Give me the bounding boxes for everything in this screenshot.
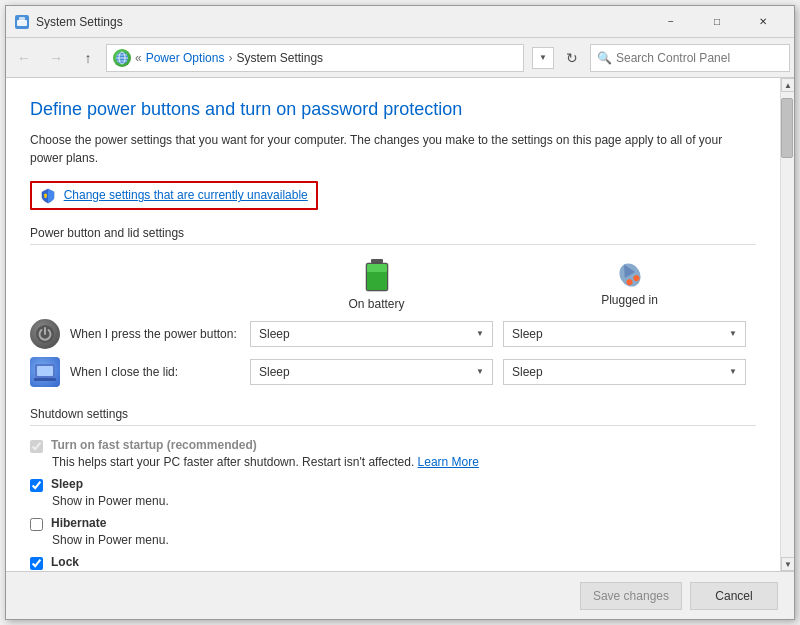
breadcrumb-sep1: « <box>135 51 142 65</box>
battery-col-label: On battery <box>348 297 404 311</box>
scrollbar-thumb[interactable] <box>781 98 793 158</box>
lid-battery-arrow: ▼ <box>476 367 484 376</box>
address-bar: ← → ↑ « Power Options › System Settings … <box>6 38 794 78</box>
system-settings-window: System Settings − □ ✕ ← → ↑ « Power Opti… <box>5 5 795 620</box>
scrollbar-down-arrow[interactable]: ▼ <box>781 557 794 571</box>
title-bar-text: System Settings <box>36 15 648 29</box>
fast-startup-sublabel: This helps start your PC faster after sh… <box>52 455 756 469</box>
breadcrumb-dropdown-button[interactable]: ▼ <box>532 47 554 69</box>
power-button-plugged-dropdown[interactable]: Sleep ▼ <box>503 321 746 347</box>
back-button[interactable]: ← <box>10 44 38 72</box>
hibernate-sublabel: Show in Power menu. <box>52 533 756 547</box>
fast-startup-row: Turn on fast startup (recommended) <box>30 438 756 453</box>
content-area: Define power buttons and turn on passwor… <box>6 78 780 571</box>
lock-checkbox[interactable] <box>30 557 43 570</box>
sleep-row: Sleep <box>30 477 756 492</box>
plugged-column-header: Plugged in <box>503 261 756 307</box>
forward-button[interactable]: → <box>42 44 70 72</box>
lid-plugged-dropdown[interactable]: Sleep ▼ <box>503 359 746 385</box>
scrollbar-track: ▲ ▼ <box>780 78 794 571</box>
lock-row: Lock <box>30 555 756 570</box>
breadcrumb-current: System Settings <box>236 51 323 65</box>
shield-icon <box>40 188 56 204</box>
sleep-checkbox[interactable] <box>30 479 43 492</box>
minimize-button[interactable]: − <box>648 6 694 38</box>
power-button-label: When I press the power button: <box>30 319 250 349</box>
breadcrumb-bar: « Power Options › System Settings <box>106 44 524 72</box>
breadcrumb-sep2: › <box>228 51 232 65</box>
power-button-section-header: Power button and lid settings <box>30 226 756 245</box>
breadcrumb-globe-icon <box>113 49 131 67</box>
power-grid: On battery Plugged in <box>30 257 756 387</box>
close-button[interactable]: ✕ <box>740 6 786 38</box>
change-settings-link[interactable]: Change settings that are currently unava… <box>64 188 308 202</box>
power-button-icon <box>30 319 60 349</box>
title-bar-icon <box>14 14 30 30</box>
svg-rect-10 <box>371 259 383 263</box>
lid-battery-value: Sleep <box>259 365 476 379</box>
svg-rect-2 <box>19 17 25 21</box>
lid-row-label: When I close the lid: <box>70 365 178 379</box>
scrollbar-up-arrow[interactable]: ▲ <box>781 78 794 92</box>
plug-icon <box>614 261 646 289</box>
svg-rect-13 <box>367 264 387 272</box>
sleep-sublabel: Show in Power menu. <box>52 494 756 508</box>
svg-rect-21 <box>34 378 56 381</box>
learn-more-link[interactable]: Learn More <box>418 455 479 469</box>
title-bar-controls: − □ ✕ <box>648 6 786 38</box>
breadcrumb-power-options[interactable]: Power Options <box>146 51 225 65</box>
svg-rect-20 <box>37 366 53 376</box>
svg-rect-9 <box>45 195 47 198</box>
search-bar: 🔍 <box>590 44 790 72</box>
hibernate-checkbox[interactable] <box>30 518 43 531</box>
change-settings-container: Change settings that are currently unava… <box>30 181 318 210</box>
plugged-col-label: Plugged in <box>601 293 658 307</box>
power-button-plugged-arrow: ▼ <box>729 329 737 338</box>
battery-column-header: On battery <box>250 257 503 311</box>
lid-label: When I close the lid: <box>30 357 250 387</box>
search-icon: 🔍 <box>597 51 612 65</box>
grid-header: On battery Plugged in <box>30 257 756 311</box>
lid-battery-dropdown[interactable]: Sleep ▼ <box>250 359 493 385</box>
lid-icon <box>30 357 60 387</box>
power-button-plugged-value: Sleep <box>512 327 729 341</box>
power-button-row-label: When I press the power button: <box>70 327 237 341</box>
lid-plugged-arrow: ▼ <box>729 367 737 376</box>
hibernate-row: Hibernate <box>30 516 756 531</box>
sleep-label: Sleep <box>51 477 83 491</box>
page-description: Choose the power settings that you want … <box>30 131 756 167</box>
power-button-battery-dropdown[interactable]: Sleep ▼ <box>250 321 493 347</box>
save-changes-button[interactable]: Save changes <box>580 582 682 610</box>
shutdown-section: Turn on fast startup (recommended) This … <box>30 438 756 571</box>
lid-row: When I close the lid: Sleep ▼ Sleep ▼ <box>30 357 756 387</box>
lock-label: Lock <box>51 555 79 569</box>
up-button[interactable]: ↑ <box>74 44 102 72</box>
power-button-battery-arrow: ▼ <box>476 329 484 338</box>
cancel-button[interactable]: Cancel <box>690 582 778 610</box>
fast-startup-label: Turn on fast startup (recommended) <box>51 438 257 452</box>
power-button-row: When I press the power button: Sleep ▼ S… <box>30 319 756 349</box>
title-bar: System Settings − □ ✕ <box>6 6 794 38</box>
main-area: Define power buttons and turn on passwor… <box>6 78 794 571</box>
shutdown-section-header: Shutdown settings <box>30 407 756 426</box>
refresh-button[interactable]: ↻ <box>558 44 586 72</box>
maximize-button[interactable]: □ <box>694 6 740 38</box>
battery-icon <box>364 257 390 293</box>
search-input[interactable] <box>616 51 783 65</box>
page-title: Define power buttons and turn on passwor… <box>30 98 756 121</box>
fast-startup-checkbox[interactable] <box>30 440 43 453</box>
hibernate-label: Hibernate <box>51 516 106 530</box>
lid-plugged-value: Sleep <box>512 365 729 379</box>
footer: Save changes Cancel <box>6 571 794 619</box>
power-button-battery-value: Sleep <box>259 327 476 341</box>
